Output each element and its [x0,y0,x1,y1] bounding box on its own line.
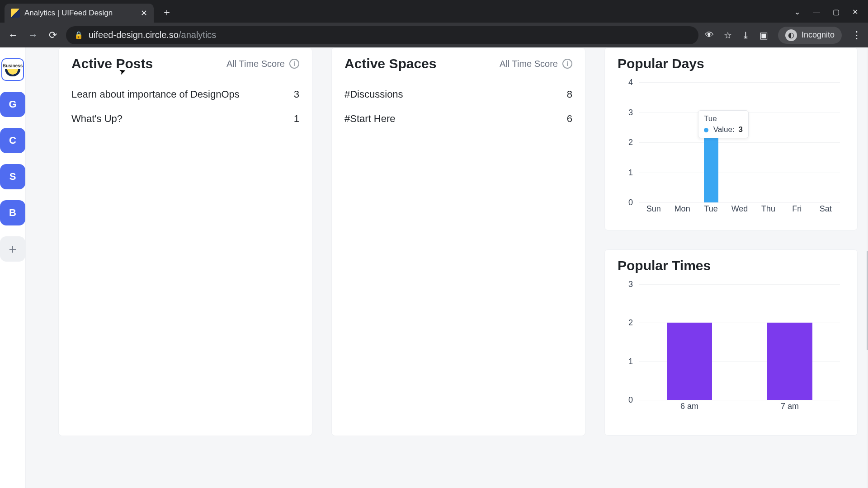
tooltip-value: 3 [738,125,742,134]
list-item-label: #Start Here [344,113,396,125]
popular-days-chart[interactable]: 01234 Tue Value: 3 SunMonTueWedThuFr [618,82,844,218]
download-icon[interactable]: ⤓ [742,30,750,41]
y-tick: 2 [618,138,633,147]
forward-button[interactable]: → [26,29,40,41]
y-tick: 3 [618,280,633,289]
chart-tooltip: Tue Value: 3 [698,110,749,138]
star-icon[interactable]: ☆ [724,30,732,41]
list-item-value: 3 [294,89,299,100]
list-item-label: Learn about importance of DesignOps [71,89,240,100]
sidebar: Business G C S B ＋ [0,47,26,488]
panel-title: Popular Times [618,258,711,273]
address-bar[interactable]: 🔒 uifeed-design.circle.so/analytics [66,26,698,44]
score-label: All Time Score [226,59,285,69]
content: Active Posts All Time Score i Learn abou… [26,47,868,488]
popular-times-chart[interactable]: 0123 6 am7 am [618,284,844,415]
x-tick: Thu [754,204,783,218]
tooltip-category: Tue [704,114,743,123]
score-label: All Time Score [500,59,558,69]
y-tick: 1 [618,168,633,177]
y-tick: 3 [618,108,633,117]
x-tick: 6 am [639,402,740,415]
browser-titlebar: Analytics | UIFeed Design ✕ ＋ ⌄ ― ▢ ✕ [0,0,868,23]
tab-dropdown-icon[interactable]: ⌄ [794,8,800,16]
new-tab-button[interactable]: ＋ [162,5,172,19]
lock-icon: 🔒 [74,31,83,39]
tab-title: Analytics | UIFeed Design [24,9,136,18]
x-tick: Tue [697,204,725,218]
y-tick: 0 [618,198,633,207]
tab-favicon [11,9,20,18]
tooltip-color-dot [704,128,708,132]
panel-title: Active Spaces [344,56,436,71]
x-tick: Sat [811,204,840,218]
eye-off-icon[interactable]: 👁 [705,30,714,40]
x-tick: Sun [639,204,668,218]
panel-active-posts: Active Posts All Time Score i Learn abou… [58,47,312,436]
browser-tab[interactable]: Analytics | UIFeed Design ✕ [5,4,154,23]
panel-icon[interactable]: ▣ [760,30,768,41]
x-tick: Wed [725,204,754,218]
y-tick: 1 [618,357,633,366]
sidebar-item-b[interactable]: B [0,200,25,225]
panel-active-spaces: Active Spaces All Time Score i #Discussi… [331,47,585,436]
workspace-logo-label: Business [3,63,23,68]
list-item[interactable]: #Discussions 8 [344,82,572,107]
list-item[interactable]: What's Up? 1 [71,107,299,131]
x-tick: Fri [783,204,811,218]
url-text: uifeed-design.circle.so/analytics [89,30,216,40]
y-tick: 2 [618,318,633,328]
list-item[interactable]: #Start Here 6 [344,107,572,131]
x-tick: Mon [668,204,696,218]
app-root: Business G C S B ＋ Active Posts All Time… [0,47,868,488]
back-button[interactable]: ← [6,29,20,41]
maximize-icon[interactable]: ▢ [833,8,840,16]
close-window-icon[interactable]: ✕ [852,8,858,16]
charts-column: Popular Days 01234 Tue Value: 3 [604,47,858,470]
score-label-wrap: All Time Score i [226,59,299,69]
chart-bar[interactable] [767,323,812,400]
workspace-logo[interactable]: Business [1,58,24,81]
list-item-label: #Discussions [344,89,403,100]
browser-toolbar: ← → ⟳ 🔒 uifeed-design.circle.so/analytic… [0,23,868,47]
incognito-label: Incognito [802,30,835,40]
menu-icon[interactable]: ⋮ [852,29,862,41]
list-item-label: What's Up? [71,113,123,125]
panel-title: Popular Days [618,56,704,71]
panel-title: Active Posts [71,56,153,71]
sidebar-add-button[interactable]: ＋ [0,236,25,262]
y-tick: 0 [618,395,633,405]
sidebar-item-c[interactable]: C [0,128,25,153]
info-icon[interactable]: i [562,59,572,69]
list-item-value: 8 [567,89,572,100]
tooltip-label: Value: [713,125,735,134]
x-tick: 7 am [740,402,840,415]
window-controls: ⌄ ― ▢ ✕ [794,8,868,23]
sidebar-item-g[interactable]: G [0,92,25,117]
close-icon[interactable]: ✕ [141,8,147,18]
sidebar-item-s[interactable]: S [0,164,25,189]
panel-popular-days: Popular Days 01234 Tue Value: 3 [604,47,858,230]
list-item-value: 6 [567,113,572,125]
minimize-icon[interactable]: ― [813,8,820,16]
list-item[interactable]: Learn about importance of DesignOps 3 [71,82,299,107]
panel-popular-times: Popular Times 0123 6 am7 am ➤ [604,249,858,436]
chart-bar[interactable] [667,323,712,400]
list-item-value: 1 [294,113,299,125]
workspace-logo-art [5,69,20,76]
incognito-icon: ◐ [785,29,797,41]
y-tick: 4 [618,78,633,87]
incognito-badge[interactable]: ◐ Incognito [778,27,842,44]
info-icon[interactable]: i [289,59,299,69]
score-label-wrap: All Time Score i [500,59,572,69]
reload-button[interactable]: ⟳ [46,29,60,41]
